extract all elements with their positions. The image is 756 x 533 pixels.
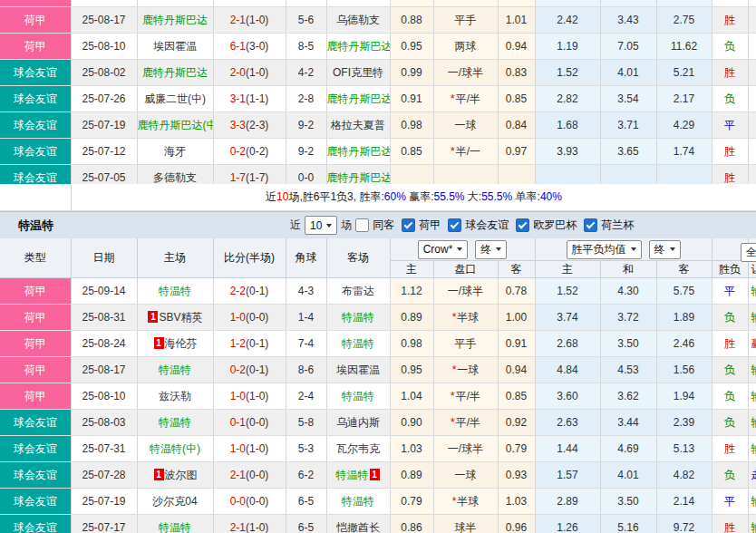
twente-section: 特温特 近 10 场 同客 荷甲 球会友谊 欧罗巴杯 荷兰杯 全 [0,211,756,533]
euro-away-odds: 4.29 [656,112,712,139]
league-eredivisie-checkbox[interactable] [402,218,415,232]
header-euro-draw: 和 [600,261,656,278]
date-cell: 25-08-31 [71,305,137,331]
full-score: 2-2 [230,285,246,297]
rank-badge: 1 [370,469,380,480]
euro-draw-odds: 3.50 [600,489,656,515]
same-venue-label: 同客 [373,218,394,233]
handicap-cell: 一球 [433,112,498,139]
corner-cell: 1-4 [286,305,326,331]
asia-away-odds: 0.97 [498,139,535,165]
full-score: 2-1 [230,14,246,26]
away-team-name: 乌德勒支 [336,14,380,26]
away-team-cell: 恺撒酋长 [326,515,390,533]
half-score: (0-1) [246,363,268,376]
filter-controls: 近 10 场 同客 荷甲 球会友谊 欧罗巴杯 荷兰杯 [290,212,637,238]
euro-away-odds: 1.56 [656,357,712,383]
handicap-cell: *平/半 [433,86,498,112]
league-type-cell: 球会友谊 [0,165,71,185]
table-row: 荷甲 25-08-10 兹沃勒 1-0(1-0) 2-4 特温特 1.04 *平… [0,383,756,410]
euro-time-select[interactable]: 终 [649,240,681,259]
away-team-name: 鹿特丹斯巴达 [327,40,391,53]
euro-draw-odds: 3.54 [600,86,656,112]
away-team-name: 瓦尔韦克 [336,442,380,455]
full-score: 0-2 [230,363,246,376]
bookmaker-select[interactable]: Crow* [418,240,469,259]
handicap-cell: 半球 [433,0,498,7]
away-team-cell: 特温特1 [326,462,390,489]
away-team-cell: 特温特 [326,305,390,331]
league-type-cell: 球会友谊 [0,139,71,165]
date-cell: 25-07-19 [71,112,137,139]
match-count-select[interactable]: 10 [305,216,337,235]
away-team-name: 恺撒酋长 [336,521,380,533]
asia-away-odds: 0.94 [498,34,535,60]
away-team-cell: 格拉夫夏普 [326,112,390,139]
header-corner: 角球 [286,238,326,278]
table-row: 荷甲 25-08-23 前进之鹰 0-3(0-1) 12-1 鹿特丹斯巴达 1.… [0,0,756,7]
away-team-name: 布雷达 [342,285,374,297]
euro-draw-odds: 3.50 [600,331,656,357]
home-team-cell: 鹿特丹斯巴达 [137,7,213,34]
euro-draw-odds: 5.16 [600,515,656,533]
home-team-name: 埃因霍温 [153,40,197,53]
same-venue-checkbox[interactable] [355,218,369,232]
euro-home-odds: 2.82 [535,86,600,112]
half-score: (2-3) [246,119,268,131]
handicap-result-cell: 输 [748,410,756,436]
league-friendly-checkbox[interactable] [448,218,461,232]
euro-away-odds: 11.62 [656,34,712,60]
league-europa-checkbox[interactable] [516,218,529,232]
league-knvb-checkbox[interactable] [584,218,597,232]
asia-away-odds: 0.85 [498,86,535,112]
euro-away-odds: 3.66 [656,0,712,7]
handicap-result-cell: 输 [748,383,756,410]
euro-odds-select[interactable]: 胜平负均值 [567,240,642,259]
score-cell: 1-0(1-0) [213,383,286,410]
euro-away-odds [656,165,712,185]
chevron-down-icon [326,224,332,228]
euro-home-odds: 3.60 [535,383,600,410]
asia-away-odds: 0.78 [498,278,535,305]
half-score: (3-0) [246,40,268,53]
handicap-value: 一/球半 [448,442,483,455]
away-team-cell: 埃因霍温 [326,357,390,383]
rank-badge: 1 [154,469,164,480]
league-type-cell: 球会友谊 [0,489,71,515]
asia-time-select[interactable]: 终 [475,240,507,259]
date-cell: 25-08-17 [71,7,137,34]
euro-draw-odds: 3.65 [600,139,656,165]
full-score: 2-0 [230,66,246,79]
euro-away-odds: 2.17 [656,86,712,112]
asia-home-odds: 0.79 [390,489,433,515]
euro-away-odds: 2.75 [656,7,712,34]
euro-draw-odds: 3.71 [600,112,656,139]
corner-cell: 2-4 [286,383,326,410]
league-type-cell: 荷甲 [0,278,71,305]
league-type-cell: 荷甲 [0,0,71,7]
full-score: 2-1 [230,521,246,533]
rank-badge: 1 [154,337,164,349]
summary-label-2: 赢率: [406,190,434,203]
table-row: 球会友谊 25-07-05 多德勒支 1-7(1-7) 0-0 鹿特丹斯巴达 胜 [0,165,756,185]
result-cell: 胜 [712,7,748,34]
handicap-value: 平/半 [456,416,480,429]
score-cell: 0-0(0-0) [213,489,286,515]
euro-away-odds: 2.46 [656,331,712,357]
chevron-down-icon [631,247,636,251]
date-cell: 25-08-17 [71,357,137,383]
all-select[interactable]: 全 [741,243,756,262]
league-type-cell: 荷甲 [0,34,71,60]
score-cell: 1-7(1-7) [213,165,286,185]
away-team-name: 格拉夫夏普 [331,119,385,131]
result-value: 平 [724,119,735,131]
euro-away-odds: 1.89 [656,305,712,331]
handicap-value: 平手 [455,14,477,26]
away-team-name: 特温特 [336,469,369,481]
away-team-cell: 鹿特丹斯巴达 [326,0,390,7]
result-cell: 胜 [712,165,748,185]
full-score: 3-3 [230,119,246,131]
asia-home-odds: 0.88 [390,7,433,34]
asia-away-odds: 1.01 [498,7,535,34]
euro-home-odds: 4.84 [535,357,600,383]
